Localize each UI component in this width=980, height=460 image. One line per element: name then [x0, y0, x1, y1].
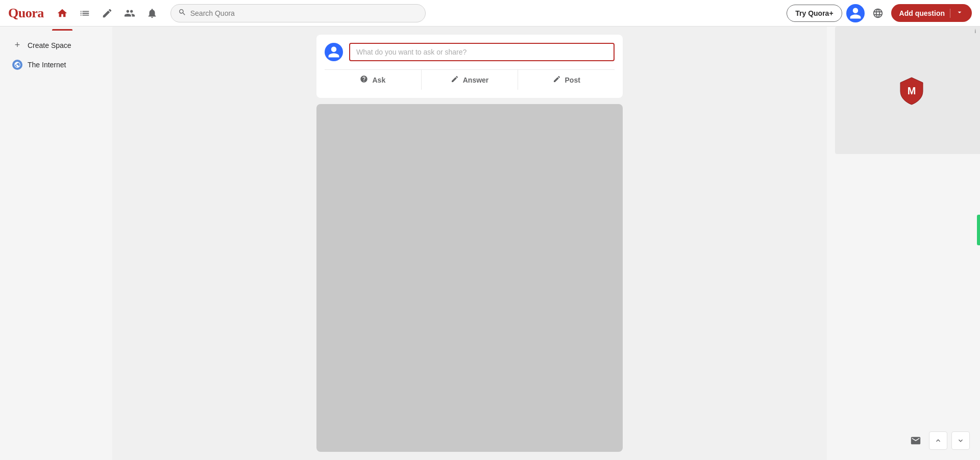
- post-icon: [553, 75, 561, 85]
- quora-logo[interactable]: Quora: [8, 6, 44, 21]
- button-divider: [950, 9, 950, 18]
- create-space-label: Create Space: [28, 41, 71, 49]
- globe-button[interactable]: [869, 4, 887, 22]
- ask-label: Ask: [372, 76, 385, 84]
- ask-box: Ask Answer: [316, 35, 623, 98]
- answer-label: Answer: [463, 76, 489, 84]
- nav-feed-button[interactable]: [75, 3, 95, 23]
- sidebar: + Create Space The Internet: [0, 27, 112, 460]
- header: Quora: [0, 0, 980, 27]
- advertisement-box: i ✕ M: [835, 27, 980, 154]
- ask-button[interactable]: Ask: [325, 70, 422, 90]
- add-question-button[interactable]: Add question: [891, 4, 972, 22]
- post-label: Post: [565, 76, 580, 84]
- create-space-item[interactable]: + Create Space: [4, 36, 108, 55]
- mail-button[interactable]: [906, 431, 925, 450]
- ad-logo: M: [886, 65, 937, 116]
- scroll-indicator[interactable]: [977, 215, 980, 245]
- ask-actions: Ask Answer: [325, 69, 615, 90]
- nav-home-button[interactable]: [52, 3, 72, 23]
- ad-badge: i: [975, 29, 976, 34]
- main-content: Ask Answer: [112, 27, 827, 460]
- answer-button[interactable]: Answer: [422, 70, 519, 90]
- right-column: i ✕ M: [827, 27, 980, 460]
- ask-input[interactable]: [349, 43, 615, 61]
- scroll-up-button[interactable]: [929, 431, 947, 450]
- nav-notifications-button[interactable]: [142, 3, 162, 23]
- svg-text:M: M: [908, 85, 916, 96]
- layout: + Create Space The Internet: [0, 27, 980, 460]
- ad-content: M: [835, 27, 980, 154]
- avatar[interactable]: [846, 4, 865, 22]
- sidebar-item-the-internet[interactable]: The Internet: [4, 56, 108, 74]
- plus-icon: +: [12, 40, 22, 50]
- search-input[interactable]: [190, 9, 418, 17]
- feed-content-area: [316, 104, 623, 452]
- nav-people-button[interactable]: [119, 3, 140, 23]
- internet-space-icon: [12, 60, 22, 70]
- user-avatar: [325, 43, 343, 61]
- ask-icon: [360, 75, 368, 85]
- add-question-label: Add question: [899, 9, 945, 17]
- bottom-right-controls: [906, 431, 970, 450]
- mcafee-logo: M: [896, 75, 927, 106]
- ask-box-top: [325, 43, 615, 61]
- chevron-down-icon: [955, 8, 964, 18]
- feed-column: Ask Answer: [316, 35, 623, 452]
- answer-icon: [451, 75, 459, 85]
- post-button[interactable]: Post: [518, 70, 615, 90]
- nav-icons: [52, 3, 162, 23]
- nav-edit-button[interactable]: [97, 3, 117, 23]
- scroll-down-button[interactable]: [951, 431, 970, 450]
- try-plus-button[interactable]: Try Quora+: [787, 5, 842, 22]
- header-right: Try Quora+ Add question: [787, 4, 972, 22]
- search-icon: [178, 8, 186, 18]
- search-bar[interactable]: [170, 4, 426, 22]
- the-internet-label: The Internet: [28, 61, 66, 69]
